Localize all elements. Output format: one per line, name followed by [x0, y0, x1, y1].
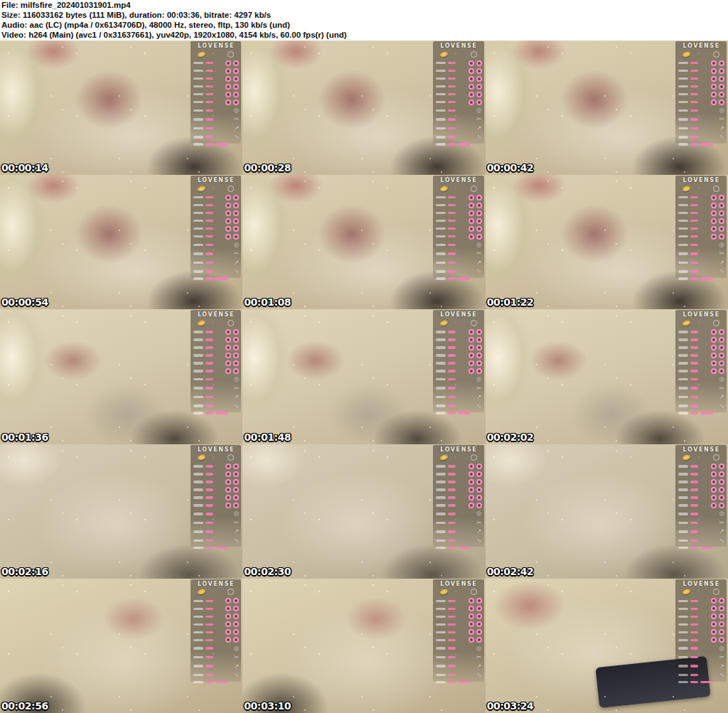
tip-menu-row [678, 225, 724, 232]
timestamp-label: 00:01:36 [1, 431, 48, 443]
panel-icon-row [193, 318, 240, 328]
panel-icon-row [436, 183, 482, 193]
tip-badge-icon [711, 463, 717, 469]
tip-badge-icon [476, 234, 482, 240]
arrow-icon: ↗ [476, 259, 482, 266]
tip-action-row: ∿ [193, 670, 240, 680]
tip-footer-row [193, 143, 240, 146]
tip-menu-row [436, 605, 482, 613]
tip-badge-icon [711, 76, 717, 82]
tip-menu-row [436, 494, 482, 502]
tip-badge-icon [225, 234, 231, 240]
tip-badge-icon [469, 606, 474, 611]
tip-menu-row [193, 597, 240, 605]
tip-badge-icon [476, 92, 482, 97]
tip-menu-row [678, 75, 724, 82]
wave-icon: ∿ [719, 537, 724, 544]
tip-badge-icon [711, 226, 717, 232]
lovense-watermark: LOVENSE [678, 311, 724, 318]
tip-badge-icon [233, 368, 239, 374]
tip-badge-icon [719, 606, 724, 611]
timestamp-label: 00:02:16 [1, 566, 48, 577]
tip-badge-icon [469, 479, 474, 485]
wave-icon: ∿ [476, 134, 482, 140]
wave-icon: ∿ [476, 672, 482, 678]
tip-menu-row [678, 367, 724, 375]
tip-menu-row [193, 471, 240, 478]
tip-menu-row [436, 359, 482, 367]
tip-badge-icon [469, 100, 474, 105]
tip-action-row: ∿ [436, 670, 482, 680]
scissors-icon: ✂ [719, 116, 724, 122]
tip-badge-icon [233, 76, 239, 82]
timer-icon [228, 454, 234, 461]
panel-icon-row [436, 453, 482, 463]
tip-action-row: ↗ [436, 392, 482, 402]
tip-menu-row [193, 463, 240, 471]
tip-badge-icon [469, 60, 474, 66]
tip-action-row: ↗ [193, 662, 240, 671]
timer-icon [713, 454, 719, 461]
tip-badge-icon [225, 84, 231, 90]
tip-badge-icon [476, 368, 482, 374]
tip-badge-icon [469, 234, 474, 240]
arrow-icon: ↗ [234, 259, 240, 266]
tip-action-row: ∿ [678, 267, 724, 277]
arrow-icon: ↗ [476, 528, 482, 535]
tip-badge-icon [476, 76, 482, 82]
tip-menu-row [678, 628, 724, 636]
tip-menu-row [436, 463, 482, 471]
tip-menu-overlay: LOVENSE ◎ ✂ ↗ ∿ [191, 579, 242, 682]
tip-menu-row [678, 502, 724, 510]
tip-action-row: ✂ [678, 653, 724, 662]
tip-menu-row [436, 225, 482, 232]
file-info-line: File: milfsfire_202401031901.mp4 [1, 1, 728, 11]
tip-badge-icon [719, 353, 724, 358]
tip-menu-row [678, 209, 724, 217]
tip-menu-row [678, 193, 724, 201]
tip-footer-row [436, 412, 482, 414]
tip-action-row: ∿ [678, 536, 724, 545]
tip-action-row: ↗ [678, 662, 724, 671]
tip-menu-row [678, 605, 724, 613]
tip-action-row: ✂ [436, 518, 482, 527]
tip-action-row: ↗ [193, 392, 240, 402]
tip-footer-row [193, 681, 240, 684]
tip-footer-row [678, 547, 724, 550]
tip-badge-icon [233, 629, 239, 635]
tip-badge-icon [719, 479, 724, 485]
target-icon: ◎ [233, 645, 239, 652]
tip-badge-icon [225, 463, 231, 469]
timer-icon [713, 51, 719, 58]
arrow-icon: ↗ [234, 394, 240, 400]
tip-badge-icon [719, 598, 724, 604]
timer-icon [471, 186, 477, 192]
tip-menu-row [193, 351, 240, 359]
panel-icon-row [678, 318, 724, 328]
tip-badge-icon [476, 503, 482, 508]
tip-menu-row [678, 201, 724, 209]
tip-badge-icon [225, 353, 231, 358]
thumbnail-cell: LOVENSE ◎ ✂ ↗ ∿ 00:00:28 [242, 41, 485, 175]
panel-icon-row [436, 587, 482, 597]
tip-badge-icon [233, 613, 239, 619]
tip-badge-icon [233, 84, 239, 90]
tip-menu-row [193, 59, 240, 67]
tip-action-row: ↗ [678, 527, 724, 537]
tip-badge-icon [711, 100, 717, 105]
target-icon: ◎ [233, 107, 239, 114]
timestamp-label: 00:02:02 [487, 431, 534, 443]
arrow-icon: ↗ [234, 663, 240, 670]
tip-action-row: ∿ [193, 133, 240, 142]
tip-badge-icon [711, 479, 717, 485]
tip-badge-icon [233, 203, 239, 208]
arrow-icon: ↗ [719, 125, 724, 132]
tip-menu-row [193, 217, 240, 225]
thumbnail-cell: LOVENSE ◎ ✂ ↗ ∿ 00:02:02 [486, 309, 728, 444]
coin-icon [197, 50, 206, 58]
tip-action-row: ∿ [436, 402, 482, 411]
tip-menu-row [436, 471, 482, 478]
tip-badge-icon [476, 329, 482, 335]
tip-badge-icon [711, 637, 717, 643]
tip-badge-icon [711, 218, 717, 224]
